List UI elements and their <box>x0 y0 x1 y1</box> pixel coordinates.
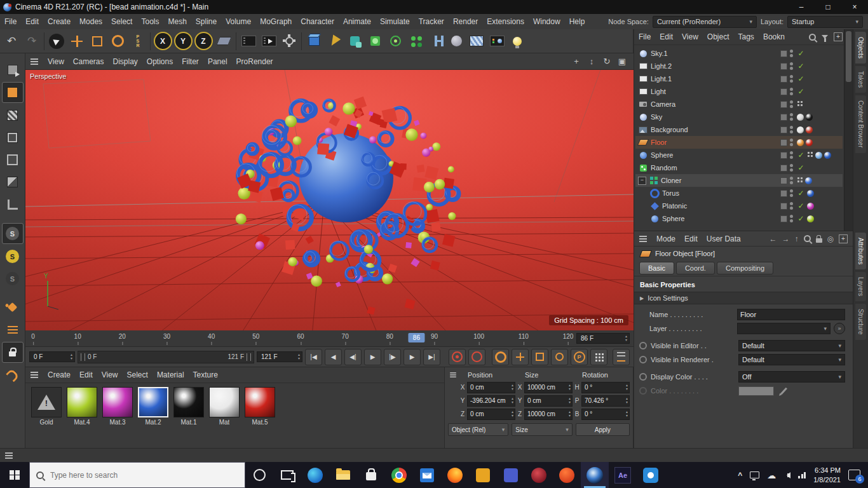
taskbar-app-store[interactable] <box>357 462 385 488</box>
timeline-tick-70[interactable]: 70 <box>342 333 349 340</box>
reset-bullet-icon[interactable] <box>639 356 647 363</box>
magnet-tool-button[interactable] <box>1 364 24 386</box>
texture-tag-icon[interactable] <box>807 215 814 222</box>
range-end-field[interactable]: 121 F ▴▾ <box>257 351 302 362</box>
size-mode-select[interactable]: Size ▾ <box>512 423 572 436</box>
visible-in-renderer-select[interactable]: Default ▾ <box>738 354 845 365</box>
stepper-icon[interactable]: ▴▾ <box>298 353 300 361</box>
scrollbar-thumb[interactable] <box>846 31 851 82</box>
menubar-item-simulate[interactable]: Simulate <box>376 14 414 29</box>
material-mat-3[interactable]: Mat.3 <box>102 387 133 426</box>
position-y-field[interactable]: -396.204 cm▴▾ <box>467 395 515 407</box>
side-tab-objects[interactable]: Objects <box>855 32 866 64</box>
environment-button[interactable] <box>446 31 466 51</box>
visible-in-editor-select[interactable]: Default ▾ <box>738 340 845 351</box>
material-mat[interactable]: Mat <box>208 387 240 426</box>
material-thumbnail[interactable] <box>209 387 240 417</box>
taskbar-app-cinema4d[interactable] <box>581 462 609 488</box>
texture-tag-icon[interactable] <box>797 114 804 121</box>
quantize-button[interactable] <box>1 318 24 341</box>
timeline-range-slider[interactable]: 0 F 121 F <box>78 351 254 363</box>
layer-chip[interactable] <box>780 76 787 83</box>
rotation-b-field[interactable]: 0 °▴▾ <box>581 409 630 420</box>
tag-check-icon[interactable]: ✓ <box>797 214 805 223</box>
menubar-item-select[interactable]: Select <box>107 14 137 29</box>
name-field[interactable] <box>737 309 845 320</box>
visibility-dots[interactable] <box>790 189 793 197</box>
object-manager-menu-file[interactable]: File <box>634 29 655 44</box>
attribute-menu-edit[interactable]: Edit <box>680 231 702 246</box>
object-row-light[interactable]: Light✓ <box>635 85 843 98</box>
object-row-sphere[interactable]: Sphere✓ <box>635 149 843 161</box>
size-y-field[interactable]: 0 cm▴▾ <box>524 395 573 407</box>
object-row-sky[interactable]: Sky <box>635 111 843 123</box>
timeline-tick-0[interactable]: 0 <box>31 333 35 340</box>
render-settings-button[interactable] <box>279 31 299 51</box>
texture-tag-icon[interactable] <box>806 139 813 146</box>
node-space-select[interactable]: Current (ProRender) ▾ <box>653 16 757 28</box>
menubar-item-render[interactable]: Render <box>449 14 482 29</box>
material-menu-view[interactable]: View <box>97 367 123 383</box>
z-axis-lock-button[interactable]: Z <box>193 31 214 51</box>
key-position-toggle[interactable] <box>512 349 529 365</box>
tag-dots-icon[interactable] <box>797 177 799 179</box>
material-gold[interactable]: !Gold <box>31 387 62 426</box>
material-mat-1[interactable]: Mat.1 <box>173 387 205 426</box>
menubar-item-file[interactable]: File <box>0 14 21 29</box>
side-tab-content-browser[interactable]: Content Browser <box>855 95 866 152</box>
visibility-dots[interactable] <box>790 164 793 172</box>
visibility-dots[interactable] <box>790 215 793 222</box>
menubar-item-animate[interactable]: Animate <box>339 14 376 29</box>
tag-dots-icon[interactable] <box>808 152 810 154</box>
stepper-icon[interactable]: ▴▾ <box>71 353 72 361</box>
timeline-tick-30[interactable]: 30 <box>163 333 170 340</box>
texture-tag-icon[interactable] <box>807 203 814 210</box>
material-mat-4[interactable]: Mat.4 <box>66 387 98 426</box>
points-mode-button[interactable] <box>1 126 24 149</box>
taskbar-app-notes[interactable] <box>469 462 497 488</box>
range-grip-right[interactable] <box>247 353 251 361</box>
key-rotation-toggle[interactable] <box>551 349 568 365</box>
material-menu-select[interactable]: Select <box>123 367 153 383</box>
layer-chip[interactable] <box>780 152 787 159</box>
rotation-p-field[interactable]: 70.426 °▴▾ <box>581 395 630 407</box>
play-button[interactable]: ▶ <box>364 349 381 365</box>
spline-pen-button[interactable] <box>324 31 344 51</box>
rotate-tool[interactable] <box>107 31 128 51</box>
x-axis-lock-button[interactable]: X <box>153 31 173 51</box>
texture-tag-icon[interactable] <box>806 126 813 133</box>
tag-check-icon[interactable]: ✓ <box>797 201 805 210</box>
menubar-item-create[interactable]: Create <box>43 14 75 29</box>
visibility-dots[interactable] <box>790 75 793 83</box>
texture-tag-icon[interactable] <box>815 152 822 159</box>
visibility-dots[interactable] <box>790 202 793 210</box>
viewport-menu-display[interactable]: Display <box>108 53 142 69</box>
texture-tag-icon[interactable] <box>797 126 804 133</box>
taskbar-app-file-explorer[interactable] <box>329 462 357 488</box>
stepper-icon[interactable]: ▴▾ <box>626 397 628 405</box>
stepper-icon[interactable]: ▴▾ <box>512 384 513 391</box>
solo-hierarchy-button[interactable]: S <box>1 268 24 290</box>
stepper-icon[interactable]: ▴▾ <box>626 384 628 391</box>
layer-chip[interactable] <box>780 203 787 210</box>
timeline-tick-80[interactable]: 80 <box>386 333 393 340</box>
side-tab-layers[interactable]: Layers <box>855 272 866 301</box>
goto-start-button[interactable]: |◀ <box>305 349 322 365</box>
key-pla-toggle[interactable] <box>590 349 607 365</box>
edges-mode-button[interactable] <box>1 149 24 171</box>
object-row-platonic[interactable]: Platonic✓ <box>635 200 843 212</box>
menubar-item-mograph[interactable]: MoGraph <box>255 14 296 29</box>
last-tool-psr[interactable]: PSR <box>128 31 148 51</box>
redo-button[interactable]: ↷ <box>22 31 42 51</box>
texture-tag-icon[interactable] <box>805 177 812 184</box>
start-button[interactable] <box>0 462 29 488</box>
maximize-button[interactable]: □ <box>815 0 841 14</box>
primitive-cube-button[interactable] <box>304 31 324 51</box>
filter-icon[interactable] <box>822 35 828 39</box>
tag-check-icon[interactable]: ✓ <box>797 74 805 83</box>
timeline-tick-20[interactable]: 20 <box>119 333 126 340</box>
visibility-dots[interactable] <box>790 126 793 133</box>
stepper-icon[interactable]: ▴▾ <box>569 384 571 391</box>
timeline-tick-120[interactable]: 120 <box>563 333 574 340</box>
previous-frame-button[interactable]: ◀| <box>344 349 362 365</box>
